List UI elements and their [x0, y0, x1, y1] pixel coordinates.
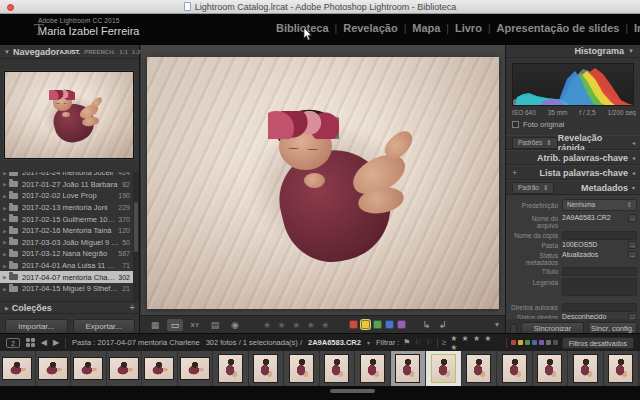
action-arrow-icon[interactable]: → — [628, 214, 637, 222]
star-rating[interactable]: ★ ★ ★ ★ ★ — [263, 320, 331, 330]
flag-reject-icon[interactable]: ⚐ — [426, 338, 433, 347]
histogram-chart[interactable] — [512, 63, 634, 106]
color-label-chip[interactable] — [373, 320, 382, 329]
grid-view-icon[interactable]: ▦ — [147, 319, 163, 331]
color-label-chip[interactable] — [349, 320, 358, 329]
filmstrip-thumbnail[interactable] — [391, 351, 427, 386]
folder-row[interactable]: ▶ 2017-02-16 Mentoria Tainá 120 — [0, 225, 133, 237]
filmstrip-thumbnail[interactable] — [178, 351, 214, 386]
collections-header[interactable]: ▶ Coleções + — [0, 301, 140, 314]
module-tab[interactable]: Revelação — [337, 22, 403, 34]
filmstrip-thumbnail[interactable] — [320, 351, 356, 386]
module-tab[interactable]: Livro — [449, 22, 488, 34]
metadata-value[interactable] — [562, 231, 637, 240]
selected-photo[interactable] — [147, 57, 499, 309]
metadata-value[interactable]: Atualizados — [562, 251, 626, 259]
filter-color-dot[interactable] — [525, 340, 530, 345]
navigator-zoom-option[interactable]: 1:1 — [119, 49, 128, 55]
navigator-zoom-option[interactable]: 1:2 — [132, 49, 141, 55]
add-collection-button[interactable]: + — [129, 302, 135, 313]
filmstrip-thumbnail[interactable] — [604, 351, 640, 386]
rating-gte-icon[interactable]: ≥ — [442, 338, 446, 347]
color-label-chip[interactable] — [361, 320, 370, 329]
navigator-zoom-option[interactable]: AJUST. — [59, 49, 80, 55]
original-photo-toggle[interactable]: Foto original — [512, 120, 564, 129]
module-tab[interactable]: Apresentação de slides — [490, 22, 625, 34]
metadata-preset-dropdown[interactable]: Nenhuma⇕ — [562, 199, 637, 211]
filmstrip-thumbnail[interactable] — [36, 351, 72, 386]
action-arrow-icon[interactable]: → — [628, 241, 637, 249]
export-button[interactable]: Exportar... — [73, 319, 136, 334]
metadata-section-header[interactable]: Padrão⇕ Metadados ▾ — [506, 180, 640, 195]
loupe-view-icon[interactable]: ▭ — [167, 319, 183, 331]
filmstrip-scrollbar[interactable] — [330, 389, 375, 393]
folders-scrollbar[interactable] — [133, 172, 139, 300]
metadata-value[interactable]: Desconhecido — [562, 313, 626, 319]
module-tab[interactable]: Imprim — [628, 22, 640, 34]
import-button[interactable]: Importar... — [5, 319, 68, 334]
filmstrip-thumbnail[interactable] — [0, 351, 36, 386]
forward-arrow-icon[interactable]: ▶ — [53, 338, 59, 347]
survey-view-icon[interactable]: ▤ — [207, 319, 223, 331]
keywording-section[interactable]: Atrib. palavras-chave ◂ — [506, 150, 640, 165]
color-label-chip[interactable] — [397, 320, 406, 329]
folder-row[interactable]: ▶ 2017-04-07 mentoria Charl... 302 — [0, 271, 133, 283]
filmstrip-thumbnail[interactable] — [284, 351, 320, 386]
flag-unflagged-icon[interactable]: ⚐ — [414, 338, 421, 347]
filter-color-dot[interactable] — [553, 340, 558, 345]
filter-color-dot[interactable] — [518, 340, 523, 345]
filmstrip-thumbnail[interactable] — [71, 351, 107, 386]
metadata-value[interactable] — [562, 303, 637, 312]
action-arrow-icon[interactable]: → — [628, 251, 637, 259]
quick-develop-preset-button[interactable]: Padrões⇕ — [512, 137, 558, 149]
filter-color-dot[interactable] — [511, 340, 516, 345]
compare-view-icon[interactable]: XY — [187, 319, 203, 331]
filmstrip-thumbnail[interactable] — [462, 351, 498, 386]
add-keyword-icon[interactable]: + — [512, 168, 517, 178]
flag-pick-icon[interactable]: ⚑ — [403, 338, 410, 347]
rotate-left-icon[interactable]: ↳ — [422, 319, 430, 330]
keyword-list-section[interactable]: + Lista palavras-chave ◂ — [506, 165, 640, 180]
back-arrow-icon[interactable]: ◀ — [41, 338, 47, 347]
folder-row[interactable]: ▶ 2017-02-15 Guilherme 10 Si... 370 — [0, 213, 133, 225]
filmstrip-thumbnail[interactable] — [355, 351, 391, 386]
metadata-value[interactable]: 100EOS5D — [562, 241, 626, 249]
filter-star-rating[interactable]: ★ ★ ★ ★ ★ — [450, 334, 502, 352]
filmstrip-thumbnail[interactable] — [533, 351, 569, 386]
folder-row[interactable]: ▶ 2017-03-12 Nana Negrão 587 — [0, 248, 133, 260]
filmstrip-thumbnail[interactable] — [213, 351, 249, 386]
module-tab[interactable]: Mapa — [406, 22, 446, 34]
histogram-header[interactable]: Histograma ▼ — [506, 45, 640, 58]
navigator-preview[interactable] — [4, 71, 134, 159]
filmstrip-thumbnail[interactable] — [142, 351, 178, 386]
filmstrip-thumbnail[interactable] — [249, 351, 285, 386]
color-label-chip[interactable] — [385, 320, 394, 329]
metadata-value[interactable] — [562, 267, 637, 276]
navigator-header[interactable]: ▼ Navegador AJUST.PREENCH.1:11:2 ⋮ — [0, 45, 139, 59]
toolbar-options-caret[interactable]: ▾ — [495, 320, 499, 329]
filter-color-dot[interactable] — [539, 340, 544, 345]
filter-color-dot[interactable] — [546, 340, 551, 345]
folder-row[interactable]: ▶ 2017-04-01 Ana Luisa 11 Ra... 71 — [0, 260, 133, 272]
filmstrip-thumbnail[interactable] — [568, 351, 604, 386]
metadata-preset-button[interactable]: Padrão⇕ — [512, 182, 554, 194]
chevron-down-icon[interactable]: ▾ — [367, 339, 370, 346]
checkbox-icon[interactable] — [512, 121, 519, 128]
filter-color-dot[interactable] — [532, 340, 537, 345]
folder-row[interactable]: ▶ 2017-04-15 Miguel 9 Sthefani 21 — [0, 283, 133, 295]
folder-row[interactable]: ▶ 2017-01-24 mentoria Joceli 424 — [0, 172, 133, 179]
filmstrip-thumbnail[interactable] — [497, 351, 533, 386]
current-folder-label[interactable]: Pasta : 2017-04-07 mentoria Charlene — [72, 338, 200, 347]
metadata-value[interactable]: 2A9A6583.CR2 — [562, 214, 626, 222]
selected-filename[interactable]: 2A9A6583.CR2 — [308, 338, 361, 347]
folder-row[interactable]: ▶ 2017-02-13 mentoria Joni 229 — [0, 202, 133, 214]
filmstrip-thumbnail[interactable] — [426, 351, 462, 386]
navigator-zoom-option[interactable]: PREENCH. — [84, 49, 115, 55]
second-monitor-button[interactable]: 2 — [6, 338, 20, 348]
filters-off-button[interactable]: Filtros desativados — [562, 337, 634, 349]
folder-row[interactable]: ▶ 2017-02-02 Love Prop 190 — [0, 190, 133, 202]
folder-row[interactable]: ▶ 2017-03-03 João Miguel 9 T... 50 — [0, 237, 133, 249]
metadata-value[interactable] — [562, 278, 637, 296]
filmstrip-thumbnail[interactable] — [107, 351, 143, 386]
quick-develop-section[interactable]: Padrões⇕ Revelação rápida ◂ — [506, 135, 640, 150]
